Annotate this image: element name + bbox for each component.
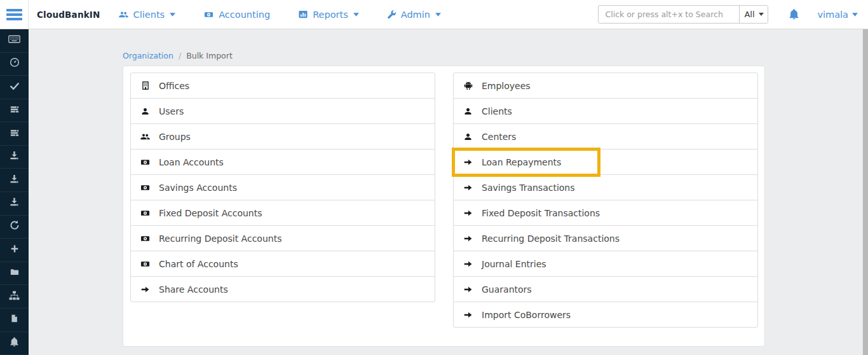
caret-down-icon	[170, 13, 175, 17]
item-label: Offices	[159, 81, 189, 91]
nav-accounting[interactable]: Accounting	[203, 10, 270, 20]
nav-reports[interactable]: Reports	[298, 10, 359, 20]
bulk-import-item-savings-transactions[interactable]: Savings Transactions	[453, 174, 758, 200]
money-icon	[140, 209, 151, 218]
arrow-right-icon	[463, 209, 473, 218]
download-icon	[10, 151, 19, 163]
arrow-right-icon	[463, 158, 473, 167]
sidebar-item-12[interactable]	[0, 285, 29, 309]
bulk-import-item-centers[interactable]: Centers	[453, 123, 758, 150]
caret-down-icon	[852, 13, 858, 17]
bulk-import-item-users[interactable]: Users	[130, 98, 435, 124]
money-icon	[203, 10, 214, 19]
main-content: Organization / Bulk Import OfficesUsersG…	[29, 29, 868, 355]
bulk-import-item-import-coborrowers[interactable]: Import CoBorrowers	[453, 302, 758, 328]
brand-logo[interactable]: CloudBankIN	[37, 10, 100, 20]
sidebar-item-14[interactable]	[0, 332, 29, 355]
folder-icon	[10, 267, 20, 279]
user-icon	[463, 107, 473, 116]
top-navbar: CloudBankIN ClientsAccountingReportsAdmi…	[0, 0, 868, 29]
notifications-bell-icon[interactable]	[789, 9, 799, 20]
item-label: Employees	[482, 81, 531, 91]
page-scrollbar[interactable]	[862, 29, 868, 355]
bulk-import-left-column: OfficesUsersGroupsLoan AccountsSavings A…	[130, 73, 435, 328]
bulk-import-item-chart-of-accounts[interactable]: Chart of Accounts	[130, 251, 435, 277]
item-label: Groups	[159, 132, 191, 142]
user-icon	[140, 107, 151, 116]
bulk-import-item-groups[interactable]: Groups	[130, 123, 435, 150]
search-input[interactable]	[599, 6, 739, 23]
user-menu[interactable]: vimala	[817, 10, 858, 20]
bulk-import-item-loan-accounts[interactable]: Loan Accounts	[130, 149, 435, 175]
bulk-import-item-loan-repayments[interactable]: Loan Repayments	[453, 149, 758, 175]
plus-icon	[10, 244, 19, 256]
sidebar	[0, 29, 29, 355]
tasks-icon	[10, 128, 20, 140]
nav-clients[interactable]: Clients	[118, 10, 176, 20]
sidebar-item-11[interactable]	[0, 262, 29, 286]
bulk-import-item-recurring-deposit-accounts[interactable]: Recurring Deposit Accounts	[130, 225, 435, 251]
sidebar-item-10[interactable]	[0, 239, 29, 262]
nav-admin[interactable]: Admin	[387, 10, 441, 20]
arrow-right-icon	[463, 310, 473, 319]
tasks-icon	[10, 104, 20, 116]
breadcrumb-separator: /	[179, 51, 181, 60]
item-label: Journal Entries	[482, 259, 546, 269]
sidebar-item-6[interactable]	[0, 146, 29, 169]
sidebar-item-5[interactable]	[0, 122, 29, 146]
item-label: Savings Accounts	[159, 183, 237, 193]
bulk-import-item-offices[interactable]: Offices	[130, 73, 435, 99]
sidebar-item-2[interactable]	[0, 53, 29, 76]
main-nav: ClientsAccountingReportsAdmin	[118, 10, 441, 20]
bulk-import-item-clients[interactable]: Clients	[453, 98, 758, 124]
breadcrumb-organization-link[interactable]: Organization	[123, 51, 173, 60]
caret-down-icon	[435, 13, 441, 17]
sidebar-item-9[interactable]	[0, 216, 29, 239]
arrow-right-icon	[463, 183, 473, 192]
android-icon	[463, 81, 473, 90]
search-filter-label: All	[744, 10, 754, 19]
building-icon	[140, 81, 151, 90]
bulk-import-item-fixed-deposit-transactions[interactable]: Fixed Deposit Transactions	[453, 200, 758, 226]
item-label: Users	[159, 106, 184, 116]
item-label: Recurring Deposit Accounts	[159, 233, 281, 244]
users-icon	[118, 10, 129, 19]
sidebar-item-1[interactable]	[0, 29, 29, 53]
search-filter-dropdown[interactable]: All	[739, 6, 768, 23]
item-label: Chart of Accounts	[159, 259, 238, 269]
sidebar-item-13[interactable]	[0, 309, 29, 332]
arrow-right-icon	[463, 285, 473, 294]
breadcrumb-current: Bulk Import	[186, 51, 233, 60]
item-label: Loan Accounts	[159, 157, 224, 167]
sidebar-item-4[interactable]	[0, 99, 29, 123]
download-icon	[10, 197, 19, 209]
sidebar-item-3[interactable]	[0, 76, 29, 99]
sitemap-icon	[9, 291, 20, 303]
item-label: Loan Repayments	[482, 157, 561, 167]
bulk-import-panel: OfficesUsersGroupsLoan AccountsSavings A…	[123, 66, 765, 347]
users-icon	[140, 132, 151, 141]
bulk-import-item-share-accounts[interactable]: Share Accounts	[130, 276, 435, 302]
sidebar-item-7[interactable]	[0, 169, 29, 192]
hamburger-menu-icon[interactable]	[0, 0, 29, 29]
global-search: All	[598, 5, 768, 24]
bulk-import-item-recurring-deposit-transactions[interactable]: Recurring Deposit Transactions	[453, 225, 758, 251]
money-icon	[140, 158, 151, 167]
item-label: Import CoBorrowers	[482, 310, 571, 320]
bulk-import-item-guarantors[interactable]: Guarantors	[453, 276, 758, 302]
arrow-right-icon	[463, 260, 473, 268]
item-label: Fixed Deposit Transactions	[482, 208, 600, 218]
bulk-import-item-savings-accounts[interactable]: Savings Accounts	[130, 174, 435, 200]
arrow-right-icon	[140, 285, 151, 294]
check-icon	[10, 81, 20, 93]
breadcrumb: Organization / Bulk Import	[123, 51, 233, 60]
item-label: Clients	[482, 106, 512, 116]
bulk-import-item-journal-entries[interactable]: Journal Entries	[453, 251, 758, 277]
caret-down-icon	[759, 13, 764, 16]
item-label: Savings Transactions	[482, 183, 575, 193]
item-label: Centers	[482, 132, 516, 142]
download-icon	[10, 174, 19, 186]
bulk-import-item-employees[interactable]: Employees	[453, 73, 758, 99]
bulk-import-item-fixed-deposit-accounts[interactable]: Fixed Deposit Accounts	[130, 200, 435, 226]
sidebar-item-8[interactable]	[0, 192, 29, 216]
